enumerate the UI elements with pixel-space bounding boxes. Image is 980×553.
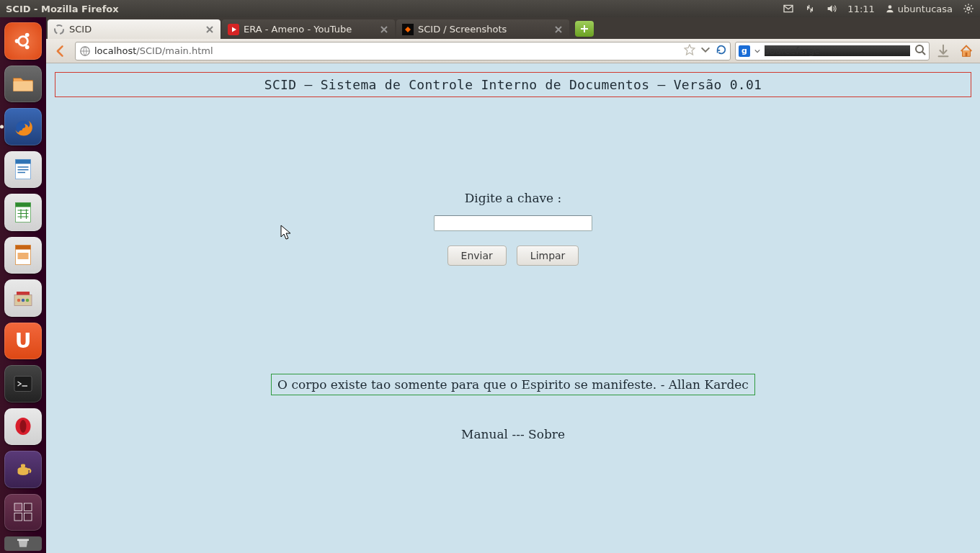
close-tab-icon[interactable] (205, 24, 215, 35)
svg-point-21 (20, 420, 27, 433)
dash-home[interactable] (4, 22, 42, 60)
svg-point-18 (26, 299, 30, 302)
url-bar[interactable]: localhost/SCID/main.html (75, 42, 731, 60)
dropdown-history-icon[interactable] (700, 44, 711, 58)
svg-rect-11 (16, 202, 31, 207)
launcher-calc[interactable] (4, 194, 42, 231)
search-bar[interactable]: g sourceforge (735, 42, 930, 60)
svg-rect-14 (18, 253, 29, 259)
launcher-writer[interactable] (4, 151, 42, 189)
search-go-icon[interactable] (914, 44, 926, 58)
page-content: SCID — Sistema de Controle Interno de Do… (46, 63, 980, 553)
svg-rect-9 (16, 160, 31, 164)
system-indicators: 11:11 ubuntucasa (783, 3, 974, 14)
app-banner: SCID — Sistema de Controle Interno de Do… (55, 72, 971, 97)
tab-scid[interactable]: SCID (48, 19, 220, 39)
manual-link[interactable]: Manual (461, 427, 508, 441)
youtube-favicon-icon (228, 24, 239, 35)
tab-label: SCID / Screenshots (418, 24, 549, 35)
system-menu-bar: SCID - Mozilla Firefox 11:11 ubuntucasa (0, 0, 980, 17)
search-term: sourceforge (765, 45, 910, 56)
launcher-firefox[interactable] (4, 108, 42, 145)
clear-button[interactable]: Limpar (517, 246, 579, 266)
footer-links: Manual --- Sobre (55, 427, 971, 441)
volume-icon[interactable] (826, 3, 837, 14)
svg-point-1 (967, 7, 970, 10)
quote-box: O corpo existe tao somente para que o Es… (271, 374, 755, 395)
google-engine-icon[interactable]: g (739, 45, 750, 57)
svg-rect-23 (14, 503, 22, 511)
launcher-trash[interactable] (4, 536, 42, 551)
svg-rect-25 (14, 513, 22, 521)
unity-launcher: U (0, 17, 46, 553)
tab-youtube[interactable]: ERA - Ameno - YouTube (222, 19, 395, 39)
new-tab-button[interactable] (575, 21, 594, 37)
sourceforge-favicon-icon (402, 24, 414, 35)
svg-rect-33 (966, 52, 968, 56)
clock[interactable]: 11:11 (847, 4, 874, 14)
tab-sourceforge[interactable]: SCID / Screenshots (396, 19, 569, 39)
url-text: localhost/SCID/main.html (94, 45, 681, 56)
launcher-software-center[interactable] (4, 279, 42, 317)
svg-point-17 (22, 299, 25, 302)
launcher-opera[interactable] (4, 408, 42, 446)
gear-icon[interactable] (963, 3, 974, 14)
svg-rect-13 (16, 246, 31, 250)
svg-point-0 (888, 5, 891, 9)
search-engine-dropdown-icon[interactable] (754, 45, 760, 56)
loading-favicon-icon (53, 24, 65, 35)
key-input[interactable] (434, 215, 592, 231)
launcher-workspaces[interactable] (4, 494, 42, 531)
footer-sep: --- (508, 427, 528, 441)
downloads-button[interactable] (934, 42, 953, 60)
session-menu[interactable]: ubuntucasa (885, 4, 953, 14)
tab-label: SCID (69, 24, 200, 35)
launcher-impress[interactable] (4, 237, 42, 274)
submit-button[interactable]: Enviar (447, 246, 507, 266)
running-pip-icon (0, 125, 4, 128)
username: ubuntucasa (898, 4, 953, 14)
close-tab-icon[interactable] (553, 24, 564, 35)
back-button[interactable] (50, 41, 71, 61)
svg-point-32 (916, 45, 923, 53)
tab-strip: SCID ERA - Ameno - YouTube SCID / Screen (46, 17, 980, 39)
svg-rect-19 (14, 376, 32, 391)
launcher-ubuntu-one[interactable]: U (4, 323, 42, 360)
svg-rect-24 (24, 503, 32, 511)
key-prompt: Digite a chave : (55, 191, 971, 205)
site-identity-icon[interactable] (79, 45, 92, 58)
svg-rect-22 (21, 464, 25, 467)
mail-icon[interactable] (783, 3, 794, 14)
key-form: Digite a chave : Enviar Limpar (55, 191, 971, 266)
bookmark-star-icon[interactable] (684, 44, 695, 58)
svg-rect-26 (24, 513, 32, 521)
svg-point-28 (55, 25, 63, 34)
reload-button[interactable] (716, 44, 727, 58)
about-link[interactable]: Sobre (528, 427, 565, 441)
launcher-app-generic[interactable] (4, 451, 42, 488)
svg-point-16 (17, 299, 21, 302)
nav-toolbar: localhost/SCID/main.html g (46, 39, 980, 63)
tab-label: ERA - Ameno - YouTube (244, 24, 375, 35)
network-icon[interactable] (804, 3, 816, 14)
window-title: SCID - Mozilla Firefox (6, 4, 119, 14)
home-button[interactable] (957, 42, 976, 60)
close-tab-icon[interactable] (379, 24, 389, 35)
svg-rect-6 (14, 81, 33, 91)
launcher-files[interactable] (4, 66, 42, 103)
svg-rect-27 (17, 539, 29, 541)
launcher-terminal[interactable] (4, 365, 42, 403)
firefox-window: SCID ERA - Ameno - YouTube SCID / Screen (46, 17, 980, 553)
